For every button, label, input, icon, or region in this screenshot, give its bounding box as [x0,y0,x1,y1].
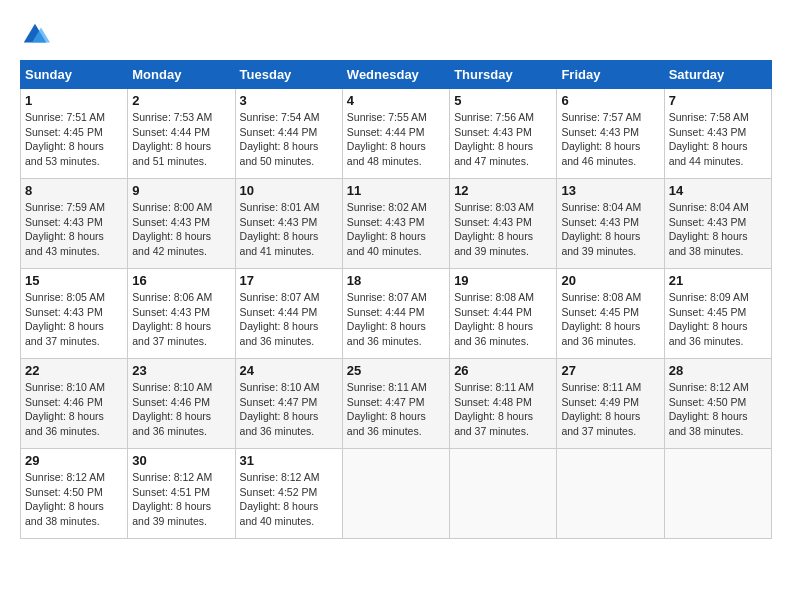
day-info: Sunrise: 8:08 AM Sunset: 4:44 PM Dayligh… [454,290,552,349]
day-info: Sunrise: 8:09 AM Sunset: 4:45 PM Dayligh… [669,290,767,349]
calendar-cell: 8 Sunrise: 7:59 AM Sunset: 4:43 PM Dayli… [21,179,128,269]
day-number: 9 [132,183,230,198]
day-number: 29 [25,453,123,468]
calendar-cell: 26 Sunrise: 8:11 AM Sunset: 4:48 PM Dayl… [450,359,557,449]
day-number: 7 [669,93,767,108]
calendar-cell: 24 Sunrise: 8:10 AM Sunset: 4:47 PM Dayl… [235,359,342,449]
day-info: Sunrise: 7:54 AM Sunset: 4:44 PM Dayligh… [240,110,338,169]
day-info: Sunrise: 8:01 AM Sunset: 4:43 PM Dayligh… [240,200,338,259]
day-info: Sunrise: 8:10 AM Sunset: 4:46 PM Dayligh… [25,380,123,439]
calendar-week-5: 29 Sunrise: 8:12 AM Sunset: 4:50 PM Dayl… [21,449,772,539]
day-info: Sunrise: 8:05 AM Sunset: 4:43 PM Dayligh… [25,290,123,349]
calendar-cell [450,449,557,539]
day-number: 31 [240,453,338,468]
day-info: Sunrise: 7:51 AM Sunset: 4:45 PM Dayligh… [25,110,123,169]
day-number: 20 [561,273,659,288]
calendar-header-wednesday: Wednesday [342,61,449,89]
calendar-cell: 1 Sunrise: 7:51 AM Sunset: 4:45 PM Dayli… [21,89,128,179]
day-info: Sunrise: 8:08 AM Sunset: 4:45 PM Dayligh… [561,290,659,349]
day-info: Sunrise: 8:12 AM Sunset: 4:50 PM Dayligh… [669,380,767,439]
day-info: Sunrise: 8:06 AM Sunset: 4:43 PM Dayligh… [132,290,230,349]
calendar-cell: 14 Sunrise: 8:04 AM Sunset: 4:43 PM Dayl… [664,179,771,269]
day-number: 14 [669,183,767,198]
day-number: 19 [454,273,552,288]
day-number: 26 [454,363,552,378]
day-number: 3 [240,93,338,108]
logo [20,20,54,50]
calendar-cell [557,449,664,539]
day-info: Sunrise: 8:12 AM Sunset: 4:51 PM Dayligh… [132,470,230,529]
calendar-header-row: SundayMondayTuesdayWednesdayThursdayFrid… [21,61,772,89]
calendar-week-3: 15 Sunrise: 8:05 AM Sunset: 4:43 PM Dayl… [21,269,772,359]
calendar-cell: 6 Sunrise: 7:57 AM Sunset: 4:43 PM Dayli… [557,89,664,179]
day-number: 8 [25,183,123,198]
day-info: Sunrise: 7:59 AM Sunset: 4:43 PM Dayligh… [25,200,123,259]
day-number: 5 [454,93,552,108]
calendar-cell: 4 Sunrise: 7:55 AM Sunset: 4:44 PM Dayli… [342,89,449,179]
day-info: Sunrise: 7:58 AM Sunset: 4:43 PM Dayligh… [669,110,767,169]
day-info: Sunrise: 7:53 AM Sunset: 4:44 PM Dayligh… [132,110,230,169]
calendar-cell: 22 Sunrise: 8:10 AM Sunset: 4:46 PM Dayl… [21,359,128,449]
calendar-cell: 21 Sunrise: 8:09 AM Sunset: 4:45 PM Dayl… [664,269,771,359]
calendar-header-saturday: Saturday [664,61,771,89]
day-info: Sunrise: 8:00 AM Sunset: 4:43 PM Dayligh… [132,200,230,259]
calendar-header-friday: Friday [557,61,664,89]
day-info: Sunrise: 8:10 AM Sunset: 4:46 PM Dayligh… [132,380,230,439]
page-header [20,20,772,50]
calendar-cell: 2 Sunrise: 7:53 AM Sunset: 4:44 PM Dayli… [128,89,235,179]
calendar-header-monday: Monday [128,61,235,89]
day-number: 10 [240,183,338,198]
calendar-cell: 5 Sunrise: 7:56 AM Sunset: 4:43 PM Dayli… [450,89,557,179]
day-number: 30 [132,453,230,468]
calendar: SundayMondayTuesdayWednesdayThursdayFrid… [20,60,772,539]
day-number: 2 [132,93,230,108]
day-info: Sunrise: 8:12 AM Sunset: 4:50 PM Dayligh… [25,470,123,529]
day-number: 1 [25,93,123,108]
day-info: Sunrise: 7:55 AM Sunset: 4:44 PM Dayligh… [347,110,445,169]
calendar-cell: 27 Sunrise: 8:11 AM Sunset: 4:49 PM Dayl… [557,359,664,449]
calendar-cell: 15 Sunrise: 8:05 AM Sunset: 4:43 PM Dayl… [21,269,128,359]
calendar-week-2: 8 Sunrise: 7:59 AM Sunset: 4:43 PM Dayli… [21,179,772,269]
calendar-cell: 7 Sunrise: 7:58 AM Sunset: 4:43 PM Dayli… [664,89,771,179]
day-number: 22 [25,363,123,378]
day-info: Sunrise: 8:04 AM Sunset: 4:43 PM Dayligh… [669,200,767,259]
calendar-cell: 11 Sunrise: 8:02 AM Sunset: 4:43 PM Dayl… [342,179,449,269]
calendar-cell: 17 Sunrise: 8:07 AM Sunset: 4:44 PM Dayl… [235,269,342,359]
calendar-cell: 18 Sunrise: 8:07 AM Sunset: 4:44 PM Dayl… [342,269,449,359]
calendar-cell: 29 Sunrise: 8:12 AM Sunset: 4:50 PM Dayl… [21,449,128,539]
calendar-cell [342,449,449,539]
day-number: 23 [132,363,230,378]
day-number: 18 [347,273,445,288]
day-number: 6 [561,93,659,108]
calendar-cell: 20 Sunrise: 8:08 AM Sunset: 4:45 PM Dayl… [557,269,664,359]
calendar-cell: 3 Sunrise: 7:54 AM Sunset: 4:44 PM Dayli… [235,89,342,179]
day-number: 4 [347,93,445,108]
day-info: Sunrise: 8:07 AM Sunset: 4:44 PM Dayligh… [240,290,338,349]
calendar-cell: 25 Sunrise: 8:11 AM Sunset: 4:47 PM Dayl… [342,359,449,449]
calendar-cell: 13 Sunrise: 8:04 AM Sunset: 4:43 PM Dayl… [557,179,664,269]
day-number: 17 [240,273,338,288]
calendar-header-sunday: Sunday [21,61,128,89]
calendar-cell: 9 Sunrise: 8:00 AM Sunset: 4:43 PM Dayli… [128,179,235,269]
calendar-cell: 12 Sunrise: 8:03 AM Sunset: 4:43 PM Dayl… [450,179,557,269]
calendar-header-tuesday: Tuesday [235,61,342,89]
day-info: Sunrise: 7:56 AM Sunset: 4:43 PM Dayligh… [454,110,552,169]
day-info: Sunrise: 8:11 AM Sunset: 4:48 PM Dayligh… [454,380,552,439]
logo-icon [20,20,50,50]
day-number: 11 [347,183,445,198]
day-info: Sunrise: 8:10 AM Sunset: 4:47 PM Dayligh… [240,380,338,439]
calendar-header-thursday: Thursday [450,61,557,89]
day-info: Sunrise: 8:11 AM Sunset: 4:47 PM Dayligh… [347,380,445,439]
calendar-cell: 31 Sunrise: 8:12 AM Sunset: 4:52 PM Dayl… [235,449,342,539]
day-number: 27 [561,363,659,378]
day-number: 24 [240,363,338,378]
day-info: Sunrise: 7:57 AM Sunset: 4:43 PM Dayligh… [561,110,659,169]
calendar-week-4: 22 Sunrise: 8:10 AM Sunset: 4:46 PM Dayl… [21,359,772,449]
calendar-cell: 10 Sunrise: 8:01 AM Sunset: 4:43 PM Dayl… [235,179,342,269]
day-number: 28 [669,363,767,378]
day-info: Sunrise: 8:02 AM Sunset: 4:43 PM Dayligh… [347,200,445,259]
day-number: 12 [454,183,552,198]
day-number: 15 [25,273,123,288]
day-number: 21 [669,273,767,288]
day-number: 25 [347,363,445,378]
